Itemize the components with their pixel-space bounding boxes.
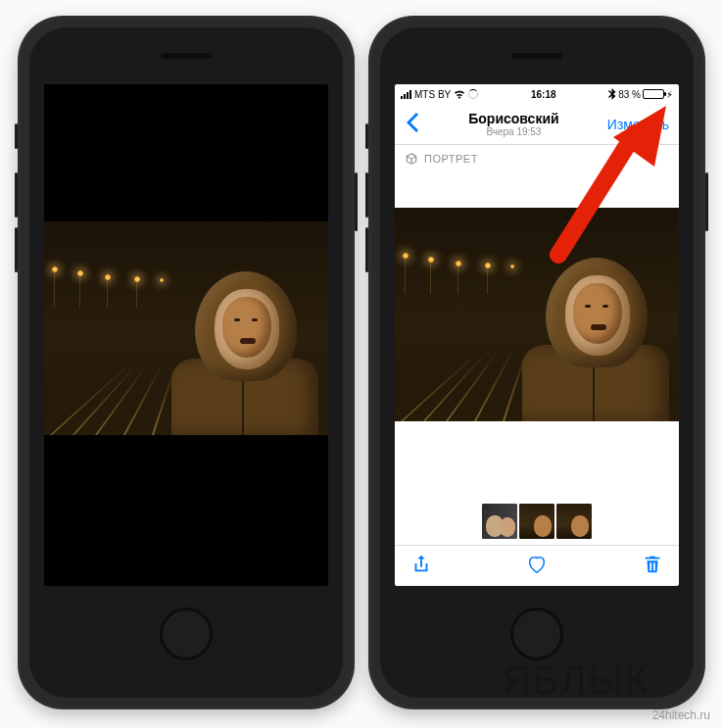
mode-badge: ПОРТРЕТ <box>395 145 679 172</box>
status-time: 16:18 <box>531 89 556 100</box>
watermark-logo: ЯБЛЫК <box>503 658 650 703</box>
home-button[interactable] <box>510 607 563 660</box>
like-button[interactable] <box>526 554 548 578</box>
share-icon <box>410 554 432 575</box>
screen-right: MTS BY 16:18 83 % ⚡︎ <box>395 84 679 586</box>
screen-left <box>44 84 328 586</box>
charging-icon: ⚡︎ <box>666 89 673 100</box>
phone-mockup-right: MTS BY 16:18 83 % ⚡︎ <box>368 16 705 709</box>
chevron-left-icon <box>407 113 418 132</box>
status-bar: MTS BY 16:18 83 % ⚡︎ <box>395 84 679 104</box>
photo-viewer[interactable] <box>395 172 679 500</box>
loading-icon <box>468 89 478 99</box>
page-subtitle: Вчера 19:53 <box>422 126 605 138</box>
cube-icon <box>405 152 418 166</box>
portrait-photo[interactable] <box>44 221 328 435</box>
home-button[interactable] <box>160 607 213 660</box>
mode-label: ПОРТРЕТ <box>424 153 478 165</box>
share-button[interactable] <box>410 554 432 578</box>
page-title: Борисовский <box>422 111 605 126</box>
back-button[interactable] <box>403 113 422 136</box>
speaker-slot <box>161 53 212 59</box>
signal-icon <box>401 90 411 99</box>
trash-icon <box>642 554 663 575</box>
speaker-slot <box>511 53 562 59</box>
thumbnail[interactable] <box>519 504 554 539</box>
thumbnail[interactable] <box>556 504 592 539</box>
watermark-site: 24hitech.ru <box>652 708 710 722</box>
edit-button[interactable]: Изменить <box>605 117 671 132</box>
thumbnail[interactable] <box>482 504 517 539</box>
battery-icon <box>643 89 664 99</box>
bluetooth-icon <box>608 88 616 100</box>
nav-bar: Борисовский Вчера 19:53 Изменить <box>395 104 679 145</box>
bottom-toolbar <box>395 545 679 586</box>
phone-mockup-left <box>18 16 355 709</box>
carrier-label: MTS BY <box>414 89 451 100</box>
heart-icon <box>526 554 548 575</box>
delete-button[interactable] <box>642 554 663 578</box>
wifi-icon <box>454 90 465 99</box>
portrait-photo[interactable] <box>395 208 679 421</box>
battery-pct: 83 % <box>618 89 641 100</box>
thumbnail-strip[interactable] <box>395 500 679 545</box>
